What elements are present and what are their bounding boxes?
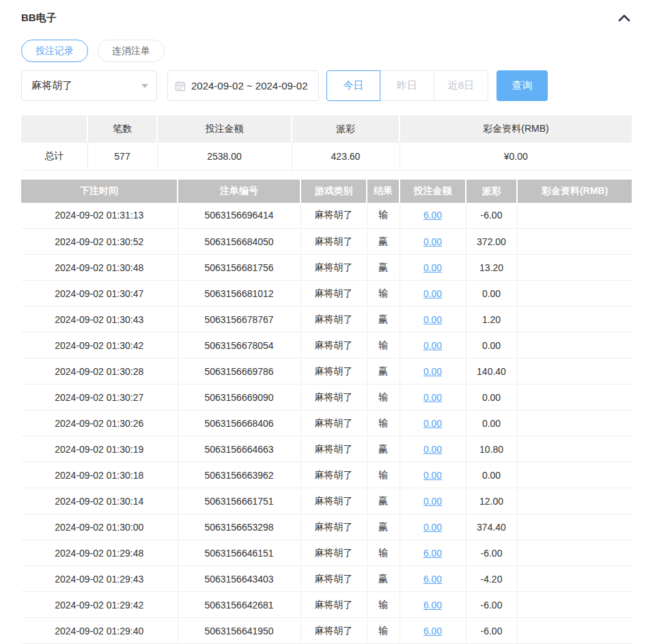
bet-amount-link[interactable]: 0.00 [423, 288, 442, 299]
cell-result: 赢 [367, 359, 400, 384]
game-type-select[interactable]: 麻将胡了 [21, 70, 157, 101]
records-column-header: 投注金额 [400, 180, 466, 203]
cell-bet-amount: 0.00 [400, 255, 466, 281]
cell-result: 输 [367, 203, 400, 229]
bet-amount-link[interactable]: 0.00 [423, 366, 442, 377]
bet-amount-link[interactable]: 6.00 [423, 548, 442, 559]
cell-order-id: 5063156664663 [178, 436, 300, 462]
table-row: 2024-09-02 01:30:27 5063156669090 麻将胡了 输… [21, 384, 632, 410]
cell-game-type: 麻将胡了 [300, 566, 367, 592]
bet-amount-link[interactable]: 0.00 [423, 444, 442, 455]
search-button[interactable]: 查询 [497, 70, 548, 101]
cell-bet-time: 2024-09-02 01:29:40 [21, 618, 178, 644]
summary-total-payout: 423.60 [292, 143, 400, 170]
cell-result: 输 [367, 462, 400, 488]
cell-game-type: 麻将胡了 [300, 255, 367, 281]
table-row: 2024-09-02 01:29:43 5063156643403 麻将胡了 赢… [21, 566, 632, 592]
bet-amount-link[interactable]: 0.00 [423, 262, 442, 273]
cell-order-id: 5063156641950 [178, 618, 300, 644]
records-column-header: 下注时间 [21, 180, 178, 203]
chevron-up-icon [618, 14, 630, 24]
bet-amount-link[interactable]: 0.00 [423, 470, 442, 481]
cell-result: 赢 [367, 488, 400, 514]
cell-bet-amount: 6.00 [400, 203, 466, 229]
cell-bonus [517, 618, 632, 644]
bet-amount-link[interactable]: 0.00 [423, 522, 442, 533]
cell-bet-amount: 6.00 [400, 592, 466, 618]
cell-payout: 12.00 [466, 488, 517, 514]
summary-header-bet-amount: 投注金额 [157, 115, 292, 143]
cell-bonus [517, 229, 632, 255]
cell-bonus [517, 566, 632, 592]
bet-amount-link[interactable]: 0.00 [423, 418, 442, 429]
tab-cancelled-orders[interactable]: 连消注单 [98, 40, 165, 62]
cell-bet-time: 2024-09-02 01:30:00 [21, 514, 178, 540]
cell-game-type: 麻将胡了 [300, 410, 367, 436]
cell-result: 赢 [367, 307, 400, 333]
cell-order-id: 5063156684050 [178, 229, 300, 255]
quick-date-last8days-button[interactable]: 近8日 [434, 70, 488, 101]
cell-result: 赢 [367, 255, 400, 281]
bet-amount-link[interactable]: 6.00 [423, 574, 442, 585]
tab-bet-records[interactable]: 投注记录 [21, 40, 88, 62]
table-row: 2024-09-02 01:30:47 5063156681012 麻将胡了 输… [21, 281, 632, 307]
cell-bonus [517, 592, 632, 618]
cell-game-type: 麻将胡了 [300, 436, 367, 462]
cell-order-id: 5063156669090 [178, 384, 300, 410]
bet-amount-link[interactable]: 0.00 [423, 496, 442, 507]
cell-order-id: 5063156678767 [178, 307, 300, 333]
cell-bonus [517, 514, 632, 540]
cell-payout: 374.40 [466, 514, 517, 540]
cell-bet-amount: 0.00 [400, 229, 466, 255]
bb-electronic-panel: BB电子 投注记录 连消注单 麻将胡了 [0, 0, 657, 644]
cell-bet-time: 2024-09-02 01:29:48 [21, 540, 178, 566]
summary-total-bonus: ¥0.00 [400, 143, 632, 170]
table-row: 2024-09-02 01:30:18 5063156663962 麻将胡了 输… [21, 462, 632, 488]
cell-order-id: 5063156669786 [178, 359, 300, 384]
bet-amount-link[interactable]: 6.00 [423, 626, 442, 636]
cell-bonus [517, 203, 632, 229]
cell-bonus [517, 359, 632, 384]
cell-result: 输 [367, 410, 400, 436]
cell-payout: -6.00 [466, 592, 517, 618]
cell-result: 输 [367, 540, 400, 566]
record-type-tabs: 投注记录 连消注单 [21, 40, 632, 62]
quick-date-today-button[interactable]: 今日 [326, 70, 380, 101]
bet-amount-link[interactable]: 6.00 [423, 600, 442, 611]
quick-date-yesterday-button[interactable]: 昨日 [380, 70, 434, 101]
summary-total-row: 总计 577 2538.00 423.60 ¥0.00 [21, 143, 632, 170]
cell-result: 赢 [367, 514, 400, 540]
table-row: 2024-09-02 01:30:42 5063156678054 麻将胡了 输… [21, 333, 632, 359]
records-column-header: 彩金资料(RMB) [517, 180, 632, 203]
cell-bet-time: 2024-09-02 01:30:19 [21, 436, 178, 462]
bet-amount-link[interactable]: 6.00 [423, 210, 442, 221]
cell-game-type: 麻将胡了 [300, 333, 367, 359]
cell-bonus [517, 540, 632, 566]
cell-bonus [517, 281, 632, 307]
cell-bet-time: 2024-09-02 01:30:47 [21, 281, 178, 307]
summary-total-count: 577 [87, 143, 157, 170]
bet-amount-link[interactable]: 0.00 [423, 340, 442, 351]
summary-header-bonus: 彩金资料(RMB) [400, 115, 632, 143]
cell-game-type: 麻将胡了 [300, 307, 367, 333]
date-range-input[interactable]: 2024-09-02 ~ 2024-09-02 [167, 70, 319, 101]
filter-bar: 麻将胡了 2024-09-02 ~ 2024-09-02 [21, 70, 632, 101]
cell-bonus [517, 333, 632, 359]
table-row: 2024-09-02 01:30:26 5063156668406 麻将胡了 输… [21, 410, 632, 436]
records-column-header: 游戏类别 [300, 180, 367, 203]
cell-bet-amount: 0.00 [400, 462, 466, 488]
summary-total-label: 总计 [21, 143, 87, 170]
cell-bet-time: 2024-09-02 01:30:18 [21, 462, 178, 488]
collapse-panel-button[interactable] [617, 12, 632, 23]
page-title: BB电子 [21, 12, 57, 25]
cell-order-id: 5063156696414 [178, 203, 300, 229]
bet-amount-link[interactable]: 0.00 [423, 314, 442, 325]
bet-amount-link[interactable]: 0.00 [423, 392, 442, 403]
cell-result: 赢 [367, 229, 400, 255]
bet-amount-link[interactable]: 0.00 [423, 236, 442, 247]
cell-bonus [517, 436, 632, 462]
table-row: 2024-09-02 01:30:19 5063156664663 麻将胡了 赢… [21, 436, 632, 462]
cell-payout: -6.00 [466, 618, 517, 644]
cell-game-type: 麻将胡了 [300, 384, 367, 410]
cell-result: 输 [367, 384, 400, 410]
